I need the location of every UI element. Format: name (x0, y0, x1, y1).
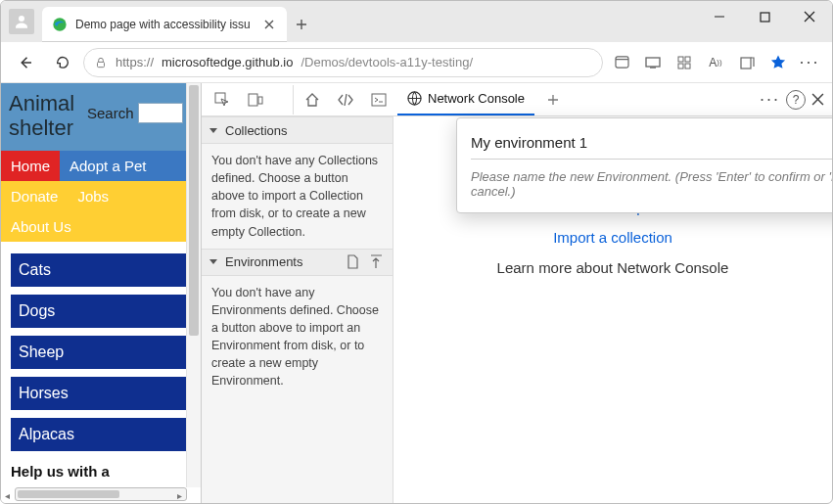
upload-icon (370, 254, 383, 269)
animal-cats[interactable]: Cats (11, 253, 191, 287)
scroll-left-icon[interactable]: ◂ (1, 490, 13, 501)
svg-rect-5 (646, 58, 660, 67)
animal-horses[interactable]: Horses (11, 377, 191, 410)
code-icon (337, 93, 354, 107)
import-env-button[interactable] (344, 253, 361, 271)
chevron-down-icon (209, 128, 217, 133)
devtools-body: Collections You don't have any Collectio… (202, 116, 832, 503)
environments-empty: You don't have any Environments defined.… (202, 276, 393, 503)
extensions-button[interactable] (670, 48, 699, 77)
address-bar[interactable]: https://microsoftedge.github.io/Demos/de… (83, 48, 603, 77)
question-icon: ? (793, 93, 800, 107)
tab-console[interactable] (364, 85, 393, 115)
device-toolbar[interactable] (241, 85, 270, 115)
minimize-button[interactable] (697, 1, 742, 32)
plus-icon (296, 19, 307, 30)
devtools-main: Create a request Import a collection Lea… (393, 116, 832, 503)
tab-close-button[interactable] (261, 17, 277, 32)
new-env-button[interactable] (367, 253, 385, 271)
search-input[interactable] (138, 103, 183, 123)
help-heading: Help us with a (1, 455, 201, 483)
edge-icon (52, 17, 68, 32)
collections-empty: You don't have any Collections defined. … (202, 144, 393, 249)
collections-icon (740, 56, 755, 69)
learn-more-text: Learn more about Network Console (497, 259, 729, 276)
refresh-icon (55, 55, 70, 70)
dots-icon: ··· (799, 52, 819, 72)
nav-jobs[interactable]: Jobs (68, 181, 118, 211)
url-scheme: https:// (116, 55, 154, 69)
minimize-icon (714, 11, 725, 23)
app-tab-button[interactable] (607, 48, 636, 77)
device-button[interactable] (638, 48, 668, 77)
page-vscroll[interactable] (186, 83, 201, 487)
device-icon (645, 57, 661, 69)
lock-icon (94, 56, 108, 69)
maximize-button[interactable] (742, 1, 787, 32)
devtools-more-button[interactable]: ··· (760, 89, 780, 110)
devtools-sidebar: Collections You don't have any Collectio… (202, 116, 393, 503)
person-icon (13, 13, 30, 30)
environments-header[interactable]: Environments (202, 249, 393, 276)
close-window-button[interactable] (787, 1, 832, 32)
app-tab-icon (615, 56, 629, 69)
animal-alpacas[interactable]: Alpacas (11, 418, 191, 451)
browser-tab[interactable]: Demo page with accessibility issu (42, 7, 287, 42)
page-hscroll[interactable]: ◂ ▸ (1, 487, 201, 503)
svg-rect-10 (741, 58, 751, 69)
environment-name-input[interactable] (471, 130, 833, 160)
menu-button[interactable]: ··· (795, 48, 824, 77)
browser-window: Demo page with accessibility issu https:… (0, 0, 833, 504)
responsive-icon (248, 93, 263, 107)
tab-title: Demo page with accessibility issu (75, 18, 254, 31)
maximize-icon (760, 12, 770, 23)
devtools-tabbar: Network Console ··· ? (202, 83, 832, 116)
svg-rect-4 (616, 57, 628, 68)
main-nav: Home Adopt a Pet Donate Jobs About Us (1, 151, 201, 242)
collections-button[interactable] (732, 48, 762, 77)
svg-rect-14 (372, 94, 386, 106)
favorite-button[interactable] (764, 48, 793, 77)
environment-name-hint: Please name the new Environment. (Press … (471, 169, 833, 199)
url-host: microsoftedge.github.io (162, 55, 293, 69)
refresh-button[interactable] (46, 46, 79, 79)
back-button[interactable] (9, 46, 42, 79)
tab-add[interactable] (538, 85, 568, 115)
animal-list: Cats Dogs Sheep Horses Alpacas (1, 242, 201, 455)
close-icon (804, 11, 815, 23)
profile-button[interactable] (1, 1, 42, 42)
nav-home[interactable]: Home (1, 151, 60, 181)
svg-point-0 (19, 16, 24, 22)
animal-sheep[interactable]: Sheep (11, 336, 191, 369)
animal-dogs[interactable]: Dogs (11, 295, 191, 328)
nav-adopt[interactable]: Adopt a Pet (60, 151, 156, 181)
star-icon (769, 54, 787, 71)
collections-label: Collections (225, 123, 288, 138)
plus-icon (547, 94, 559, 106)
tab-elements[interactable] (331, 85, 360, 115)
collections-header[interactable]: Collections (202, 116, 393, 144)
tab-welcome[interactable] (298, 85, 327, 115)
svg-rect-13 (258, 97, 262, 104)
devtools-close-button[interactable] (811, 93, 824, 106)
home-icon (304, 92, 320, 108)
devtools-help-button[interactable]: ? (786, 90, 806, 110)
tab-network-console[interactable]: Network Console (397, 84, 534, 115)
import-collection-link[interactable]: Import a collection (553, 229, 672, 246)
file-icon (347, 254, 359, 269)
name-environment-popup: Please name the new Environment. (Press … (456, 117, 833, 213)
inspect-icon (214, 92, 230, 108)
read-aloud-button[interactable]: A)) (701, 48, 730, 77)
svg-rect-3 (98, 62, 105, 67)
devtools-panel: Network Console ··· ? Collections You do… (202, 83, 832, 503)
new-tab-button[interactable] (287, 7, 316, 42)
nav-about[interactable]: About Us (1, 211, 81, 242)
inspect-tool[interactable] (208, 85, 237, 115)
svg-rect-11 (215, 93, 225, 103)
close-icon (811, 93, 824, 106)
svg-rect-6 (678, 57, 683, 62)
globe-icon (407, 91, 422, 106)
nav-donate[interactable]: Donate (1, 181, 68, 211)
grid-icon (677, 56, 691, 69)
scroll-right-icon[interactable]: ▸ (173, 490, 185, 501)
